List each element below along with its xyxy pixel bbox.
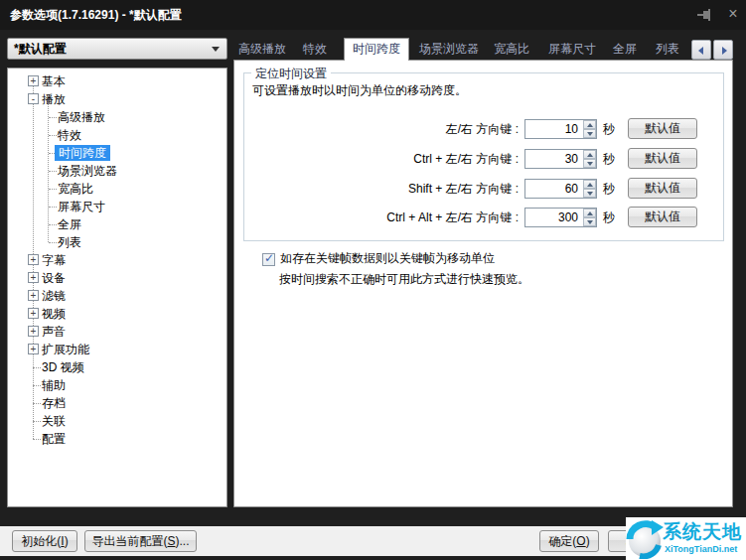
spinner-down-icon[interactable] bbox=[583, 129, 596, 138]
tree-item-basic: + 基本 bbox=[8, 72, 226, 90]
row-label-arrow-keys: 左/右 方向键 : bbox=[244, 119, 519, 139]
spinner-down-icon[interactable] bbox=[583, 159, 596, 168]
tree-item-audio: + 声音 bbox=[8, 323, 226, 341]
tree-connector bbox=[33, 385, 41, 386]
spinner-down-icon[interactable] bbox=[583, 217, 596, 226]
tree-connector bbox=[49, 135, 57, 136]
tree-connector bbox=[49, 189, 57, 190]
spinner-up-icon[interactable] bbox=[583, 120, 596, 129]
tab-scroll-left-button[interactable] bbox=[691, 40, 711, 60]
keyframe-checkbox-label[interactable]: 如存在关键帧数据则以关键帧为移动单位 bbox=[280, 249, 495, 267]
tree-item-playlist: 列表 bbox=[8, 233, 226, 251]
row-label-ctrl-arrow: Ctrl + 左/右 方向键 : bbox=[244, 149, 519, 169]
tab-screen-size[interactable]: 屏幕尺寸 bbox=[541, 38, 603, 60]
tree-item-time-span-selected: 时间跨度 bbox=[8, 144, 226, 162]
preferences-window: 参数选项(1.7.16291) - *默认配置 × *默认配置 高级播放 特效 … bbox=[0, 0, 746, 560]
tree-item-label[interactable]: 声音 bbox=[42, 323, 66, 341]
spinner-down-icon[interactable] bbox=[583, 189, 596, 198]
expander-icon[interactable]: - bbox=[28, 93, 39, 104]
tree-item-label[interactable]: 高级播放 bbox=[58, 108, 105, 126]
seek-time-groupbox: 定位时间设置 可设置播放时以时间为单位的移动跨度。 左/右 方向键 : 秒 默认… bbox=[243, 72, 724, 241]
spinner-up-icon[interactable] bbox=[583, 209, 596, 217]
spinner-arrow bbox=[583, 120, 596, 138]
tree-item-label[interactable]: 存档 bbox=[42, 394, 66, 412]
button-text: ) bbox=[586, 534, 590, 548]
tree-item-label[interactable]: 视频 bbox=[42, 305, 66, 323]
groupbox-description: 可设置播放时以时间为单位的移动跨度。 bbox=[252, 82, 467, 99]
tree-item-label[interactable]: 字幕 bbox=[42, 251, 66, 269]
profile-select-value: *默认配置 bbox=[14, 39, 67, 59]
ok-button[interactable]: 确定(O) bbox=[539, 530, 599, 552]
keyframe-checkbox[interactable]: ✓ bbox=[262, 253, 275, 266]
tree-item-label[interactable]: 扩展功能 bbox=[42, 341, 89, 358]
tree-item-aspect-ratio: 宽高比 bbox=[8, 180, 226, 198]
tree-item-label[interactable]: 宽高比 bbox=[58, 180, 93, 198]
tree-item-config: 配置 bbox=[8, 430, 226, 448]
default-button-arrow[interactable]: 默认值 bbox=[628, 118, 697, 139]
tree-item-label[interactable]: 播放 bbox=[42, 90, 66, 108]
tree-item-label[interactable]: 特效 bbox=[58, 126, 81, 144]
expander-icon[interactable]: + bbox=[28, 344, 39, 354]
button-text: )... bbox=[176, 534, 190, 548]
tree-item-label[interactable]: 配置 bbox=[42, 430, 66, 448]
tab-playlist[interactable]: 列表 bbox=[646, 38, 689, 60]
spinner-ctrl-alt bbox=[583, 209, 596, 226]
watermark-swirl-icon bbox=[626, 519, 664, 559]
tree-connector bbox=[33, 421, 41, 422]
tree-item-label[interactable]: 设备 bbox=[42, 269, 66, 287]
button-hotkey: O bbox=[576, 534, 585, 548]
pin-icon[interactable] bbox=[697, 7, 715, 23]
tab-fullscreen[interactable]: 全屏 bbox=[603, 38, 647, 60]
tree-item-label-selected[interactable]: 时间跨度 bbox=[55, 145, 110, 161]
tree-item-label[interactable]: 列表 bbox=[58, 233, 81, 251]
default-button-shift[interactable]: 默认值 bbox=[628, 178, 697, 199]
tab-scroll-right-button[interactable] bbox=[713, 40, 733, 60]
expander-icon[interactable]: + bbox=[28, 326, 39, 337]
tree-item-label[interactable]: 关联 bbox=[42, 412, 66, 430]
tree-item-label[interactable]: 场景浏览器 bbox=[58, 162, 117, 180]
tree-item-label[interactable]: 3D 视频 bbox=[42, 358, 84, 376]
expander-icon[interactable]: + bbox=[28, 308, 39, 319]
profile-select[interactable]: *默认配置 bbox=[7, 38, 227, 60]
tab-advanced-playback[interactable]: 高级播放 bbox=[235, 38, 289, 60]
tree-item-label[interactable]: 基本 bbox=[42, 72, 66, 90]
spinner-up-icon[interactable] bbox=[583, 150, 596, 159]
tree-item-label[interactable]: 屏幕尺寸 bbox=[58, 198, 105, 215]
expander-icon[interactable]: + bbox=[28, 290, 39, 301]
tab-aspect-ratio[interactable]: 宽高比 bbox=[487, 38, 536, 60]
tree-connector bbox=[33, 367, 41, 368]
default-button-ctrl-alt[interactable]: 默认值 bbox=[628, 207, 697, 227]
tab-scene-browser[interactable]: 场景浏览器 bbox=[410, 38, 488, 60]
tree-connector bbox=[49, 171, 57, 172]
tab-time-span[interactable]: 时间跨度 bbox=[344, 38, 409, 61]
content-panel: 定位时间设置 可设置播放时以时间为单位的移动跨度。 左/右 方向键 : 秒 默认… bbox=[233, 60, 733, 507]
close-icon[interactable]: × bbox=[723, 0, 743, 30]
button-text: 初始化( bbox=[21, 534, 61, 548]
unit-label: 秒 bbox=[603, 149, 615, 169]
expander-icon[interactable]: + bbox=[28, 272, 39, 283]
tree-connector bbox=[33, 403, 41, 404]
tree-item-screen-size: 屏幕尺寸 bbox=[8, 198, 226, 215]
watermark: 系统天地 XiTongTianDi.net bbox=[626, 517, 746, 560]
expander-icon[interactable]: + bbox=[28, 254, 39, 265]
tree-item-associations: 关联 bbox=[8, 412, 226, 430]
tree-item-label[interactable]: 辅助 bbox=[42, 376, 66, 394]
default-button-ctrl[interactable]: 默认值 bbox=[628, 148, 697, 169]
spinner-up-icon[interactable] bbox=[583, 180, 596, 189]
pin-cap bbox=[708, 9, 710, 21]
spinner-shift bbox=[583, 180, 596, 198]
tree-item-label[interactable]: 滤镜 bbox=[42, 287, 66, 305]
unit-label: 秒 bbox=[603, 119, 615, 139]
export-config-button[interactable]: 导出当前配置(S)... bbox=[84, 530, 197, 552]
groupbox-title: 定位时间设置 bbox=[251, 66, 331, 82]
tree-connector bbox=[49, 117, 57, 118]
initialize-button[interactable]: 初始化(I) bbox=[12, 530, 77, 552]
tree-item-label[interactable]: 全屏 bbox=[58, 215, 81, 233]
window-title: 参数选项(1.7.16291) - *默认配置 bbox=[10, 0, 182, 30]
arrow-right-icon bbox=[722, 47, 727, 55]
button-text: 确定( bbox=[548, 534, 576, 548]
expander-icon[interactable]: + bbox=[28, 75, 39, 86]
tree-item-subtitles: + 字幕 bbox=[8, 251, 226, 269]
tab-effects[interactable]: 特效 bbox=[294, 38, 336, 60]
tree-item-fullscreen: 全屏 bbox=[8, 215, 226, 233]
